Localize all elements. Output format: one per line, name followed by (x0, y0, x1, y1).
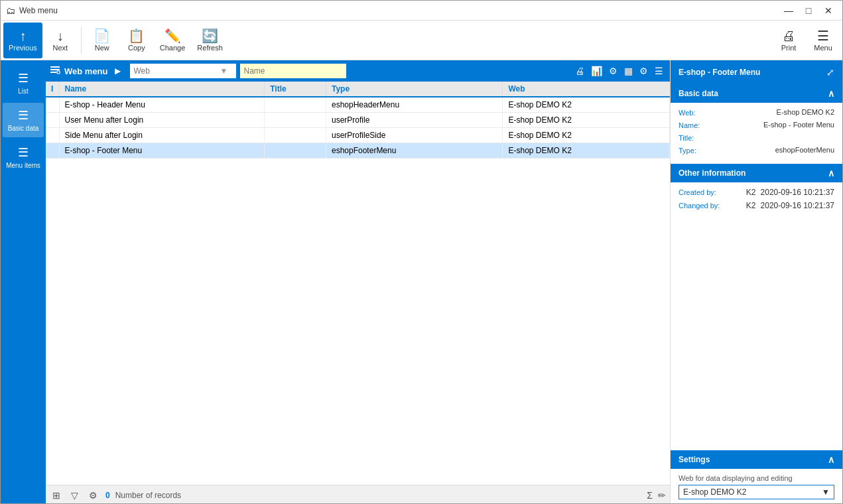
row-title (265, 97, 326, 113)
main-layout: ☰ List ☰ Basic data ☰ Menu items Web men… (1, 60, 842, 504)
type-value: eshopFooterMenu (725, 146, 834, 154)
basic-data-icon: ☰ (18, 108, 29, 123)
row-web: E-shop DEMO K2 (503, 128, 670, 143)
filter-button[interactable]: ▽ (68, 489, 81, 502)
rp-field-type: Type: eshopFooterMenu (679, 146, 834, 155)
rp-field-web: Web: E-shop DEMO K2 (679, 108, 834, 117)
rp-title: E-shop - Footer Menu (679, 68, 760, 77)
col-header-web[interactable]: Web (503, 82, 670, 97)
changed-by-value: K2 2020-09-16 10:21:37 (725, 201, 834, 210)
rp-settings-header[interactable]: Settings ∧ (671, 450, 842, 469)
search-dropdown-arrow[interactable]: ▼ (220, 66, 228, 76)
copy-button[interactable]: 📋 Copy (120, 23, 153, 58)
rp-other-info-body: Created by: K2 2020-09-16 10:21:37 Chang… (671, 182, 842, 220)
table-row[interactable]: E-shop - Header Menu eshopHeaderMenu E-s… (46, 97, 670, 113)
edit-status-button[interactable]: ✏ (658, 490, 666, 501)
filter-count: 0 (105, 491, 110, 500)
row-web: E-shop DEMO K2 (503, 97, 670, 113)
window-title: Web menu (19, 6, 58, 15)
rp-other-info-label: Other information (679, 168, 746, 178)
list-name-search (240, 64, 346, 78)
row-title (265, 143, 326, 158)
next-button[interactable]: ↓ Next (44, 23, 77, 58)
previous-icon: ↑ (19, 29, 26, 42)
rp-expand-button[interactable]: ⤢ (826, 67, 834, 78)
gear-button[interactable]: ⚙ (637, 64, 651, 78)
refresh-icon: 🔄 (202, 29, 218, 42)
row-name: E-shop - Header Menu (59, 97, 265, 113)
sidebar-item-menu-items[interactable]: ☰ Menu items (3, 140, 44, 174)
row-type: eshopHeaderMenu (326, 97, 503, 113)
sidebar-item-list[interactable]: ☰ List (3, 66, 44, 100)
svg-rect-3 (57, 71, 60, 74)
table-row[interactable]: User Menu after Login userProfile E-shop… (46, 113, 670, 128)
settings-status-button[interactable]: ⚙ (86, 489, 100, 502)
col-header-name[interactable]: Name (59, 82, 265, 97)
list-search-container: ▼ (130, 64, 236, 78)
list-name-input[interactable] (244, 66, 337, 76)
created-by-label: Created by: (679, 188, 725, 196)
created-by-value: K2 2020-09-16 10:21:37 (725, 188, 834, 197)
list-icon: ☰ (18, 71, 29, 86)
rp-other-info-collapse: ∧ (828, 168, 834, 178)
sidebar-item-basic-data[interactable]: ☰ Basic data (3, 103, 44, 137)
maximize-button[interactable]: □ (800, 4, 817, 17)
list-search-input[interactable] (134, 66, 220, 76)
settings-dropdown-value: E-shop DEMO K2 (683, 487, 746, 497)
print-button[interactable]: 🖨 Print (772, 23, 805, 58)
table-row[interactable]: E-shop - Footer Menu eshopFooterMenu E-s… (46, 143, 670, 158)
columns-button[interactable]: ▦ (621, 64, 635, 78)
previous-button[interactable]: ↑ Previous (3, 23, 42, 58)
col-header-type[interactable]: Type (326, 82, 503, 97)
rp-other-info-header[interactable]: Other information ∧ (671, 164, 842, 182)
records-label: Number of records (115, 491, 181, 500)
new-button[interactable]: 📄 New (86, 23, 119, 58)
rp-basic-data-header[interactable]: Basic data ∧ (671, 84, 842, 103)
settings-dropdown-arrow: ▼ (822, 487, 830, 497)
toolbar: ↑ Previous ↓ Next 📄 New 📋 Copy ✏️ Change… (1, 21, 842, 60)
row-type: userProfileSide (326, 128, 503, 143)
refresh-button[interactable]: 🔄 Refresh (192, 23, 228, 58)
print-list-button[interactable]: 🖨 (572, 64, 587, 78)
toolbar-separator-1 (81, 27, 82, 54)
table-row[interactable]: Side Menu after Login userProfileSide E-… (46, 128, 670, 143)
status-bar: ⊞ ▽ ⚙ 0 Number of records Σ ✏ (46, 485, 670, 504)
row-indicator (46, 128, 59, 143)
close-button[interactable]: ✕ (820, 4, 837, 17)
settings-dropdown[interactable]: E-shop DEMO K2 ▼ (679, 485, 834, 499)
rp-header: E-shop - Footer Menu ⤢ (671, 60, 842, 84)
list-header-icon (50, 65, 60, 78)
sum-button[interactable]: Σ (647, 490, 653, 501)
row-indicator (46, 97, 59, 113)
table-view-button[interactable]: ⊞ (50, 489, 63, 502)
minimize-button[interactable]: — (780, 4, 797, 17)
type-label: Type: (679, 146, 725, 155)
svg-rect-2 (50, 72, 56, 73)
chart-button[interactable]: 📊 (588, 64, 605, 78)
new-icon: 📄 (94, 29, 110, 42)
data-table: I Name Title Type Web E-shop - Header Me… (46, 82, 670, 158)
menu-icon: ☰ (817, 29, 829, 42)
col-header-title[interactable]: Title (265, 82, 326, 97)
rp-field-title: Title: (679, 133, 834, 142)
print-icon: 🖨 (782, 29, 795, 42)
more-button[interactable]: ☰ (652, 64, 666, 78)
change-button[interactable]: ✏️ Change (155, 23, 191, 58)
title-bar: 🗂 Web menu — □ ✕ (1, 1, 842, 21)
list-header-arrow: ▶ (115, 66, 121, 76)
table-header-row: I Name Title Type Web (46, 82, 670, 97)
rp-basic-data-collapse: ∧ (828, 88, 834, 99)
row-title (265, 128, 326, 143)
menu-button[interactable]: ☰ Menu (807, 23, 840, 58)
row-indicator (46, 113, 59, 128)
row-name: E-shop - Footer Menu (59, 143, 265, 158)
rp-field-created-by: Created by: K2 2020-09-16 10:21:37 (679, 188, 834, 197)
svg-rect-1 (50, 69, 60, 70)
name-label: Name: (679, 121, 725, 129)
title-bar-controls: — □ ✕ (780, 4, 837, 17)
rp-basic-data-label: Basic data (679, 89, 718, 98)
title-label: Title: (679, 133, 725, 142)
rp-basic-data-body: Web: E-shop DEMO K2 Name: E-shop - Foote… (671, 103, 842, 164)
settings-list-button[interactable]: ⚙ (606, 64, 620, 78)
row-indicator (46, 143, 59, 158)
